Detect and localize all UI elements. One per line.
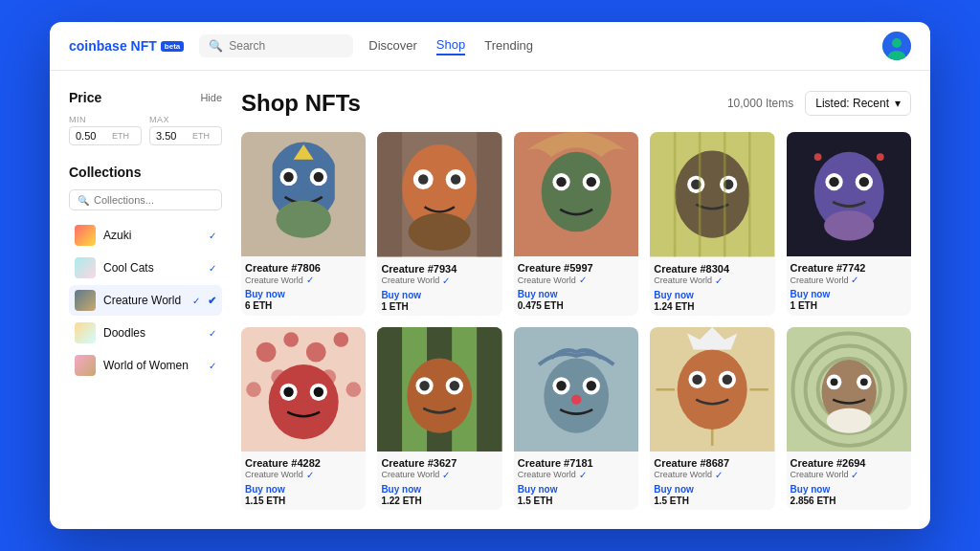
buy-now-8304[interactable]: Buy now bbox=[654, 290, 770, 300]
verified-icon-doodles: ✓ bbox=[209, 328, 216, 339]
buy-now-7934[interactable]: Buy now bbox=[381, 290, 498, 300]
collection-item-azuki[interactable]: Azuki ✓ bbox=[69, 220, 222, 251]
nft-info-3627: Creature #3627 Creature World ✓ Buy now … bbox=[377, 452, 501, 510]
price-max-input[interactable] bbox=[156, 130, 189, 142]
page-title: Shop NFTs bbox=[241, 90, 361, 117]
collection-item-coolcats[interactable]: Cool Cats ✓ bbox=[69, 253, 222, 283]
avatar[interactable] bbox=[882, 32, 911, 60]
verified-icon-creature: ✓ bbox=[192, 296, 200, 306]
nav-link-discover[interactable]: Discover bbox=[368, 38, 417, 55]
nft-card-5997[interactable]: Creature #5997 Creature World ✓ Buy now … bbox=[514, 132, 638, 315]
search-input[interactable] bbox=[229, 39, 344, 53]
nft-info-8304: Creature #8304 Creature World ✓ Buy now … bbox=[650, 257, 774, 316]
buy-now-2694[interactable]: Buy now bbox=[791, 484, 907, 495]
verified-icon: ✓ bbox=[715, 470, 723, 480]
verified-icon-coolcats: ✓ bbox=[209, 263, 216, 274]
collection-item-creature[interactable]: Creature World ✓ ✔ bbox=[69, 285, 222, 316]
buy-now-7742[interactable]: Buy now bbox=[791, 289, 907, 299]
nft-collection-3627: Creature World ✓ bbox=[381, 470, 498, 480]
nft-price-8687: 1.5 ETH bbox=[654, 496, 770, 506]
buy-now-8687[interactable]: Buy now bbox=[654, 484, 770, 495]
verified-icon: ✓ bbox=[306, 275, 314, 285]
logo-text: coinbase NFT bbox=[69, 38, 157, 54]
min-input-wrap: ETH bbox=[69, 126, 142, 145]
buy-now-7806[interactable]: Buy now bbox=[245, 289, 362, 299]
buy-now-5997[interactable]: Buy now bbox=[518, 289, 635, 299]
collections-search-input[interactable] bbox=[94, 194, 213, 206]
svg-point-22 bbox=[409, 213, 471, 251]
price-inputs: MIN ETH MAX ETH bbox=[69, 115, 222, 145]
nft-grid: Creature #7806 Creature World ✓ Buy now … bbox=[241, 132, 911, 510]
svg-point-8 bbox=[314, 172, 323, 182]
nft-card-2694[interactable]: Creature #2694 Creature World ✓ Buy now … bbox=[787, 327, 911, 510]
sort-dropdown[interactable]: Listed: Recent ▾ bbox=[805, 91, 911, 116]
nft-card-8304[interactable]: Creature #8304 Creature World ✓ Buy now … bbox=[650, 132, 774, 315]
nft-name-4282: Creature #4282 bbox=[245, 457, 362, 469]
svg-point-7 bbox=[283, 172, 293, 182]
nft-card-8687[interactable]: Creature #8687 Creature World ✓ Buy now … bbox=[650, 327, 774, 510]
nft-price-7181: 1.5 ETH bbox=[518, 496, 635, 506]
nft-card-7742[interactable]: Creature #7742 Creature World ✓ Buy now … bbox=[787, 132, 911, 315]
hide-price-button[interactable]: Hide bbox=[200, 92, 222, 103]
svg-point-58 bbox=[269, 364, 339, 439]
collections-title: Collections bbox=[69, 165, 141, 180]
nft-collection-8687: Creature World ✓ bbox=[654, 470, 770, 480]
nav-link-shop[interactable]: Shop bbox=[436, 37, 465, 55]
nav-link-trending[interactable]: Trending bbox=[484, 38, 533, 55]
svg-rect-64 bbox=[377, 327, 402, 452]
verified-icon: ✓ bbox=[851, 275, 858, 285]
svg-point-72 bbox=[420, 381, 430, 390]
collection-name-doodles: Doodles bbox=[103, 326, 201, 340]
nft-info-7806: Creature #7806 Creature World ✓ Buy now … bbox=[241, 256, 366, 315]
collection-name-wow: World of Women bbox=[103, 359, 201, 372]
collections-search-bar[interactable]: 🔍 bbox=[69, 189, 222, 210]
buy-now-4282[interactable]: Buy now bbox=[245, 484, 362, 495]
sort-label: Listed: Recent bbox=[815, 97, 889, 110]
nft-card-7806[interactable]: Creature #7806 Creature World ✓ Buy now … bbox=[241, 132, 366, 315]
nft-info-5997: Creature #5997 Creature World ✓ Buy now … bbox=[514, 256, 638, 315]
nft-card-7934[interactable]: Creature #7934 Creature World ✓ Buy now … bbox=[377, 132, 501, 315]
svg-point-95 bbox=[830, 378, 837, 386]
verified-icon: ✓ bbox=[442, 470, 450, 480]
search-icon: 🔍 bbox=[209, 39, 223, 53]
svg-point-61 bbox=[283, 386, 293, 396]
svg-point-97 bbox=[826, 408, 871, 432]
svg-point-52 bbox=[306, 342, 326, 362]
collection-thumb-azuki bbox=[75, 225, 96, 246]
collection-item-doodles[interactable]: Doodles ✓ bbox=[69, 318, 222, 348]
nft-info-7934: Creature #7934 Creature World ✓ Buy now … bbox=[377, 257, 501, 316]
search-bar[interactable]: 🔍 bbox=[199, 34, 353, 57]
verified-icon: ✓ bbox=[306, 470, 314, 480]
nft-price-8304: 1.24 ETH bbox=[654, 301, 770, 312]
nft-name-7742: Creature #7742 bbox=[791, 262, 907, 274]
svg-point-17 bbox=[418, 174, 428, 184]
svg-point-62 bbox=[314, 386, 323, 396]
chevron-down-icon: ▾ bbox=[895, 97, 901, 110]
nft-name-5997: Creature #5997 bbox=[518, 262, 635, 274]
sort-controls: 10,000 Items Listed: Recent ▾ bbox=[727, 91, 911, 116]
nft-card-4282[interactable]: Creature #4282 Creature World ✓ Buy now … bbox=[241, 327, 366, 510]
nft-image-7806 bbox=[241, 132, 366, 256]
nft-info-2694: Creature #2694 Creature World ✓ Buy now … bbox=[787, 452, 911, 510]
price-min-input[interactable] bbox=[76, 130, 109, 142]
collection-item-wow[interactable]: World of Women ✓ bbox=[69, 350, 222, 381]
nft-image-5997 bbox=[514, 132, 638, 256]
collection-thumb-wow bbox=[75, 355, 96, 376]
collection-thumb-coolcats bbox=[75, 257, 96, 278]
svg-point-18 bbox=[451, 174, 460, 184]
svg-point-83 bbox=[678, 349, 747, 429]
svg-point-57 bbox=[346, 382, 362, 397]
buy-now-3627[interactable]: Buy now bbox=[381, 484, 498, 495]
svg-point-45 bbox=[858, 177, 868, 187]
logo[interactable]: coinbase NFT beta bbox=[69, 38, 184, 54]
buy-now-7181[interactable]: Buy now bbox=[518, 484, 635, 495]
nft-info-7181: Creature #7181 Creature World ✓ Buy now … bbox=[514, 452, 638, 510]
svg-point-51 bbox=[283, 332, 299, 347]
svg-point-54 bbox=[246, 382, 261, 397]
nft-card-3627[interactable]: Creature #3627 Creature World ✓ Buy now … bbox=[377, 327, 501, 510]
nft-card-7181[interactable]: Creature #7181 Creature World ✓ Buy now … bbox=[514, 327, 638, 510]
collection-name-creature: Creature World bbox=[103, 294, 185, 307]
collections-filter: Collections 🔍 Azuki ✓ Cool Cats ✓ bbox=[69, 165, 222, 381]
nft-image-2694 bbox=[787, 327, 911, 452]
verified-icon-wow: ✓ bbox=[209, 361, 216, 371]
